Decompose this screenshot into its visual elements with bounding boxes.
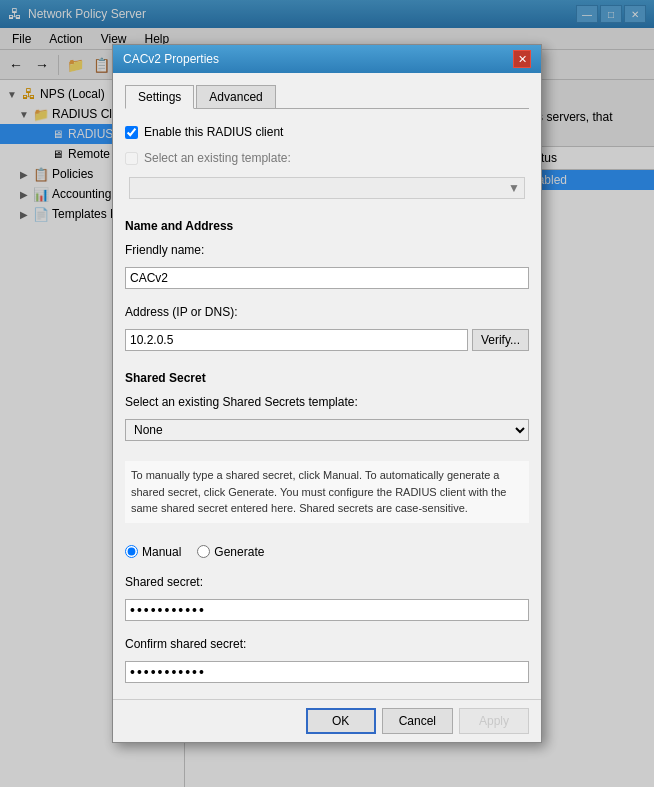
confirm-secret-label: Confirm shared secret: [125,637,529,651]
shared-secret-input[interactable] [125,599,529,621]
dialog-overlay: CACv2 Properties ✕ Settings Advanced Ena… [0,0,654,787]
template-select-row: Select an existing template: [125,151,529,165]
dialog-title-text: CACv2 Properties [123,52,219,66]
enable-client-row: Enable this RADIUS client [125,125,529,139]
shared-secret-info-text: To manually type a shared secret, click … [125,461,529,523]
ok-button[interactable]: OK [306,708,376,734]
address-label: Address (IP or DNS): [125,305,529,319]
shared-secret-dropdown-wrapper: None [125,419,529,441]
generate-label: Generate [214,545,264,559]
tab-advanced[interactable]: Advanced [196,85,275,108]
tab-settings[interactable]: Settings [125,85,194,109]
properties-dialog: CACv2 Properties ✕ Settings Advanced Ena… [112,44,542,743]
friendly-name-label: Friendly name: [125,243,529,257]
friendly-name-input[interactable] [125,267,529,289]
template-dropdown-wrapper: ▼ [125,177,529,207]
verify-button[interactable]: Verify... [472,329,529,351]
dialog-body: Settings Advanced Enable this RADIUS cli… [113,73,541,699]
dialog-tabs: Settings Advanced [125,85,529,109]
template-arrow-icon: ▼ [508,181,520,195]
enable-client-label: Enable this RADIUS client [144,125,283,139]
address-row: Verify... [125,329,529,351]
shared-secret-input-label: Shared secret: [125,575,529,589]
shared-secret-dropdown[interactable]: None [125,419,529,441]
apply-button[interactable]: Apply [459,708,529,734]
address-input[interactable] [125,329,468,351]
dialog-title-bar: CACv2 Properties ✕ [113,45,541,73]
manual-label: Manual [142,545,181,559]
template-dropdown: ▼ [129,177,525,199]
enable-client-checkbox[interactable] [125,126,138,139]
cancel-button[interactable]: Cancel [382,708,453,734]
template-checkbox [125,152,138,165]
manual-radio[interactable] [125,545,138,558]
shared-secret-section-label: Shared Secret [125,371,529,385]
dialog-close-button[interactable]: ✕ [513,50,531,68]
dialog-footer: OK Cancel Apply [113,699,541,742]
manual-radio-option[interactable]: Manual [125,545,181,559]
confirm-secret-input[interactable] [125,661,529,683]
generate-radio[interactable] [197,545,210,558]
shared-secret-template-label: Select an existing Shared Secrets templa… [125,395,529,409]
radio-row: Manual Generate [125,545,529,559]
template-label: Select an existing template: [144,151,291,165]
generate-radio-option[interactable]: Generate [197,545,264,559]
name-address-section-label: Name and Address [125,219,529,233]
